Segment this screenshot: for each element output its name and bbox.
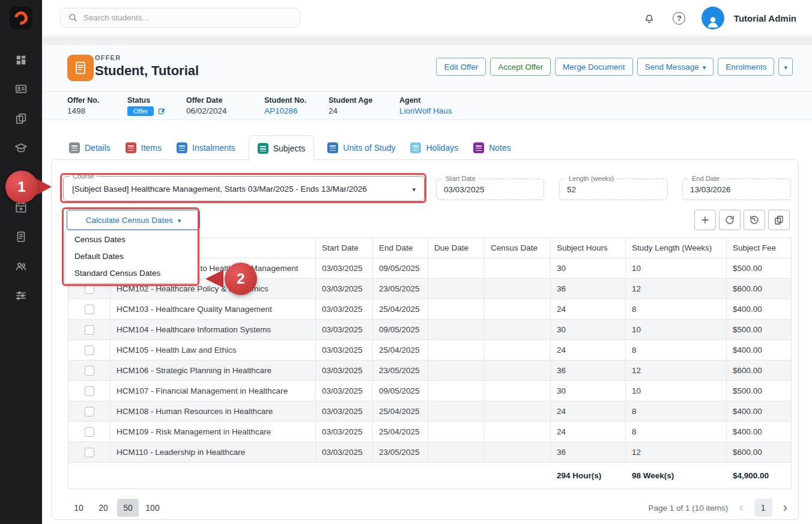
table-row: HCM109 - Risk Management in Healthcare 0… <box>68 422 792 442</box>
accept-offer-button[interactable]: Accept Offer <box>490 58 551 76</box>
notifications-bell-icon[interactable] <box>641 10 657 26</box>
page-size-20[interactable]: 20 <box>92 499 114 517</box>
invoices-icon[interactable] <box>0 225 42 248</box>
subject-cell: HCM103 - Healthcare Quality Management <box>111 299 316 320</box>
census-dates-menu: Census Dates Default Dates Standard Cens… <box>65 230 198 283</box>
enrolments-button[interactable]: Enrolments <box>718 58 774 76</box>
table-row: HCM104 - Healthcare Information Systems … <box>68 320 792 340</box>
edit-offer-button[interactable]: Edit Offer <box>436 58 486 76</box>
page-size-50[interactable]: 50 <box>117 499 139 517</box>
edit-status-icon[interactable] <box>154 106 166 115</box>
history-button[interactable] <box>744 210 765 230</box>
agent-link[interactable]: LionWolf Haus <box>399 106 452 115</box>
subjects-panel: Course [Subject Based] Healthcare Manage… <box>51 159 799 520</box>
help-icon[interactable] <box>671 10 687 26</box>
tab-details[interactable]: Details <box>67 135 112 160</box>
topbar-divider <box>42 37 812 45</box>
notes-icon <box>473 142 484 153</box>
row-checkbox[interactable] <box>85 427 94 437</box>
refresh-button[interactable] <box>719 210 741 230</box>
merge-document-button[interactable]: Merge Document <box>555 58 633 76</box>
search-input[interactable] <box>83 13 282 22</box>
page-number[interactable]: 1 <box>754 499 772 517</box>
offer-no-label: Offer No. <box>67 96 127 105</box>
tab-items[interactable]: Items <box>124 135 163 160</box>
offer-document-icon <box>67 55 94 81</box>
prev-page-icon[interactable] <box>736 499 745 516</box>
plus-icon <box>700 215 710 225</box>
page-size-10[interactable]: 10 <box>68 499 89 517</box>
subject-cell: HCM106 - Strategic Planning in Healthcar… <box>111 361 316 381</box>
course-label: Course <box>70 172 97 180</box>
row-checkbox[interactable] <box>85 366 94 376</box>
app-logo-icon[interactable] <box>10 7 32 29</box>
student-no-label: Student No. <box>264 96 329 105</box>
calculate-census-dates-button[interactable]: Calculate Census Dates <box>67 210 200 230</box>
page-title: Student, Tutorial <box>95 63 199 79</box>
sidebar <box>0 0 42 524</box>
col-due-date: Due Date <box>428 238 485 258</box>
caret-down-icon <box>412 183 416 194</box>
send-message-button[interactable]: Send Message <box>637 58 714 76</box>
course-select[interactable]: Course [Subject Based] Healthcare Manage… <box>63 176 425 201</box>
student-no-link[interactable]: AP10286 <box>264 106 329 115</box>
topbar: Tutorial Admin <box>42 0 812 36</box>
row-checkbox[interactable] <box>85 407 94 416</box>
caret-down-icon <box>703 62 706 72</box>
documents-icon[interactable] <box>0 107 42 130</box>
subject-cell: HCM104 - Healthcare Information Systems <box>111 320 316 340</box>
subjects-icon <box>258 143 268 154</box>
copy-button[interactable] <box>768 210 790 230</box>
student-age-label: Student Age <box>329 96 399 105</box>
copy-icon <box>774 215 784 225</box>
row-checkbox[interactable] <box>85 346 94 355</box>
next-page-icon[interactable] <box>781 499 790 516</box>
page-size-100[interactable]: 100 <box>142 499 163 517</box>
end-date-field[interactable]: End Date 13/03/2026 <box>682 178 791 200</box>
menu-item-standard-census-dates[interactable]: Standard Census Dates <box>65 265 198 282</box>
pagination: 10 20 50 100 Page 1 of 1 (10 items) 1 <box>68 498 790 517</box>
history-icon <box>749 215 760 225</box>
col-subject-hours: Subject Hours <box>551 238 626 258</box>
course-value: [Subject Based] Healthcare Management, S… <box>72 184 407 193</box>
status-label: Status <box>127 96 186 105</box>
user-avatar[interactable] <box>701 7 724 29</box>
tab-holidays[interactable]: Holidays <box>408 135 460 160</box>
tab-units-of-study[interactable]: Units of Study <box>326 135 397 160</box>
row-checkbox[interactable] <box>85 284 94 294</box>
dashboard-icon[interactable] <box>0 49 42 72</box>
table-row: HCM108 - Human Resources in Healthcare 0… <box>68 401 792 422</box>
row-checkbox[interactable] <box>85 386 94 396</box>
annotation-step-2: 2 <box>225 263 257 295</box>
caret-down-icon <box>178 216 181 225</box>
tab-subjects[interactable]: Subjects <box>249 135 315 160</box>
subject-cell: HCM110 - Leadership in Healthcare <box>111 442 316 463</box>
add-subject-button[interactable] <box>694 210 716 230</box>
table-row: HCM107 - Financial Management in Healthc… <box>68 381 792 401</box>
row-checkbox[interactable] <box>85 305 94 314</box>
tab-instalments[interactable]: Instalments <box>175 135 237 160</box>
col-study-length: Study Length (Weeks) <box>626 238 727 258</box>
agents-icon[interactable] <box>0 255 42 278</box>
total-weeks: 98 Week(s) <box>626 463 727 489</box>
length-weeks-field[interactable]: Length (weeks) 52 <box>559 178 668 200</box>
row-checkbox[interactable] <box>85 325 94 335</box>
settings-sliders-icon[interactable] <box>0 284 42 307</box>
menu-item-default-dates[interactable]: Default Dates <box>65 248 198 265</box>
courses-icon[interactable] <box>0 136 42 159</box>
more-actions-button[interactable] <box>778 58 793 76</box>
agent-label: Agent <box>399 96 452 105</box>
start-date-field[interactable]: Start Date 03/03/2025 <box>436 178 544 200</box>
student-age-value: 24 <box>329 106 399 115</box>
row-checkbox[interactable] <box>85 448 94 457</box>
contacts-icon[interactable] <box>0 78 42 100</box>
table-row: HCM110 - Leadership in Healthcare 03/03/… <box>68 442 792 463</box>
refresh-icon <box>724 215 735 225</box>
tab-notes[interactable]: Notes <box>471 135 513 160</box>
col-start-date: Start Date <box>316 238 373 258</box>
holidays-icon <box>410 142 421 153</box>
offer-info-bar: Offer No. 1498 Status Offer Offer Date 0… <box>42 91 812 120</box>
offer-header: OFFER Student, Tutorial Edit Offer Accep… <box>42 45 812 120</box>
offer-date-value: 06/02/2024 <box>186 106 264 115</box>
menu-item-census-dates[interactable]: Census Dates <box>65 231 198 248</box>
